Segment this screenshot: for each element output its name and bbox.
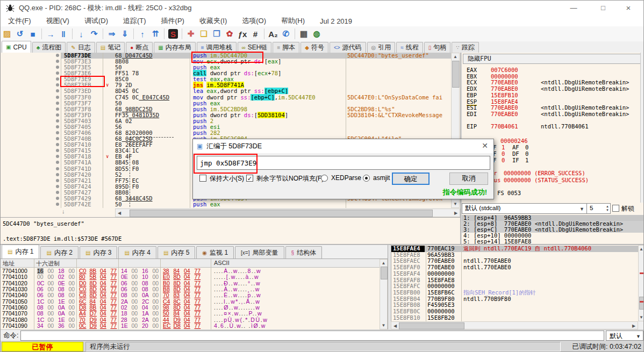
bottom-tab-内存 4[interactable]: ▤内存 4	[118, 246, 156, 258]
tab-脚本[interactable]: ≡脚本	[273, 42, 299, 53]
tab-断点[interactable]: ●断点	[126, 42, 153, 53]
menu-item-8[interactable]: 帮助(H)	[274, 16, 312, 26]
dialog-close-icon[interactable]: ✕	[482, 141, 488, 150]
step-into-icon[interactable]: ↓	[75, 28, 87, 40]
breakpoint-dot[interactable]	[56, 83, 59, 87]
tab-日志[interactable]: ✎日志	[67, 42, 95, 53]
tab-调用堆栈[interactable]: ≡调用堆栈	[197, 42, 237, 53]
tab-CPU[interactable]: ▣CPU	[2, 41, 31, 53]
tab-符号[interactable]: ◆符号	[300, 42, 328, 53]
stack-row[interactable]: 15E8FAE4770EAC19返回到 ntdll.770EAC19 自 ntd…	[391, 246, 638, 252]
dump-vscrollbar[interactable]: ▲ ▼	[380, 259, 388, 329]
hash-icon[interactable]: #	[249, 28, 261, 40]
breakpoint-dot[interactable]	[56, 60, 59, 63]
breakpoint-dot[interactable]	[56, 119, 59, 123]
dialog-title-bar[interactable]: ▣ 汇编于 5D8F73DE ✕	[193, 139, 493, 153]
calling-convention-select[interactable]: 默认 (stdcall)▼	[462, 203, 587, 214]
asmjit-radio[interactable]	[363, 175, 370, 182]
calculator-icon[interactable]: ▦	[298, 28, 310, 40]
font-icon[interactable]: A₂	[267, 28, 279, 40]
tab-跟踪[interactable]: ∵跟踪	[452, 42, 478, 53]
breakpoint-dot[interactable]	[56, 137, 59, 140]
breakpoint-dot[interactable]	[56, 96, 59, 99]
step-over-icon[interactable]: ↷	[88, 28, 100, 40]
bottom-tab-局部变量[interactable]: [x=]局部变量	[235, 246, 284, 258]
comments-icon[interactable]: ❏	[198, 28, 210, 40]
bottom-tab-内存 2[interactable]: ▤内存 2	[40, 246, 78, 258]
bottom-tab-内存 5[interactable]: ▤内存 5	[158, 246, 195, 258]
bottom-tab-监视 1[interactable]: ◉监视 1	[196, 246, 234, 258]
stack-panel[interactable]: 15E8FAE4770EAC19返回到 ntdll.770EAC19 自 ntd…	[391, 245, 638, 321]
hide-fpu-button[interactable]: 隐藏FPU	[463, 54, 644, 64]
stack-row[interactable]: 15E8FAF400000000	[391, 271, 638, 277]
breakpoint-dot[interactable]	[56, 77, 59, 81]
notes-icon[interactable]: ✆	[280, 28, 292, 40]
scylla-icon[interactable]: S	[168, 29, 178, 39]
stack-row[interactable]: 15E8FB0015E8FB6C指向SEH_Record[1]的指针	[391, 290, 638, 296]
menu-item-7[interactable]: 选项(O)	[234, 16, 274, 26]
breakpoint-dot[interactable]	[56, 89, 59, 92]
breakpoint-dot[interactable]	[56, 66, 59, 69]
breakpoint-dot[interactable]	[56, 185, 59, 188]
stop-icon[interactable]: ■	[27, 28, 39, 40]
breakpoint-dot[interactable]	[56, 107, 59, 111]
breakpoint-dot[interactable]	[56, 179, 59, 182]
step-out-icon[interactable]: ↑	[137, 28, 148, 40]
globe-icon[interactable]: ◍	[311, 28, 323, 40]
menu-item-2[interactable]: 视图(V)	[39, 16, 77, 26]
breakpoint-dot[interactable]	[56, 131, 59, 134]
bottom-tab-内存 1[interactable]: ▤内存 1	[2, 245, 39, 258]
bookmarks-icon[interactable]: ✿	[224, 28, 235, 40]
run-icon[interactable]: →	[45, 28, 56, 40]
animate-into-icon[interactable]: ⇈	[149, 28, 161, 40]
breakpoint-dot[interactable]	[56, 173, 59, 176]
close-button[interactable]: ×	[617, 1, 640, 16]
menu-item-4[interactable]: 追踪(T)	[116, 16, 154, 26]
tab-句柄[interactable]: ▯句柄	[424, 42, 451, 53]
breakpoint-dot[interactable]	[56, 113, 59, 117]
breakpoint-dot[interactable]	[56, 203, 59, 206]
tab-源代码[interactable]: <>源代码	[330, 42, 366, 53]
tab-内存布局[interactable]: ▦内存布局	[154, 42, 195, 53]
breakpoint-dot[interactable]	[56, 143, 59, 146]
breakpoint-dot[interactable]	[56, 197, 59, 200]
disasm-row[interactable]: 5D8F742E50push eax	[1, 202, 460, 207]
cancel-button[interactable]: 取消	[449, 173, 488, 185]
breakpoint-dot[interactable]	[56, 102, 59, 105]
registers-scrollbar[interactable]	[640, 53, 644, 203]
unlock-checkbox[interactable]	[612, 205, 619, 212]
command-input[interactable]	[20, 331, 604, 341]
execute-till-return-icon[interactable]: ⇒	[106, 28, 118, 40]
keep-size-checkbox[interactable]	[199, 175, 206, 182]
minimize-button[interactable]: —	[562, 1, 585, 16]
labels-icon[interactable]: ❐	[211, 28, 223, 40]
breakpoint-dot[interactable]	[56, 125, 59, 128]
menu-item-3[interactable]: 调试(D)	[77, 16, 116, 26]
tab-流程图[interactable]: ♣流程图	[32, 42, 66, 53]
ok-button[interactable]: 确定	[392, 173, 430, 185]
open-file-icon[interactable]: ▨	[1, 28, 13, 40]
patch-icon[interactable]: ✚	[185, 28, 197, 40]
restart-icon[interactable]: ↺	[14, 28, 26, 40]
menu-item-9[interactable]: Jul 2 2019	[312, 17, 360, 25]
tab-SEH链[interactable]: ∞SEH链	[238, 42, 272, 53]
tab-引用[interactable]: ◎引用	[367, 42, 396, 53]
memory-dump-panel[interactable]: 地址 十六进制 ASCII 7704100016001800C08B047714…	[1, 259, 380, 329]
bottom-tab-内存 3[interactable]: ▤内存 3	[80, 246, 117, 258]
stack-vscrollbar[interactable]: ▲ ▼	[638, 245, 644, 321]
breakpoint-dot[interactable]	[56, 149, 59, 152]
tab-线程[interactable]: ≈线程	[396, 42, 423, 53]
stack-row[interactable]: 15E8FB1015E8FB20	[391, 315, 638, 321]
disasm-hscrollbar[interactable]: ◀ ▶	[115, 209, 460, 217]
argument-count-stepper[interactable]: 5▲▼	[586, 203, 611, 214]
breakpoint-dot[interactable]	[56, 167, 59, 170]
menu-item-5[interactable]: 插件(P)	[154, 16, 192, 26]
breakpoint-dot[interactable]	[56, 54, 59, 57]
breakpoint-dot[interactable]	[56, 71, 59, 75]
breakpoint-dot[interactable]	[56, 191, 59, 194]
bottom-tab-结构体[interactable]: §结构体	[285, 246, 323, 258]
functions-icon[interactable]: ƒx	[237, 28, 248, 40]
fill-nop-checkbox[interactable]: ✓	[246, 175, 253, 182]
argument-row[interactable]: 5: [esp+14] 15E8FAE8	[461, 239, 644, 244]
maximize-button[interactable]: □	[591, 1, 615, 16]
